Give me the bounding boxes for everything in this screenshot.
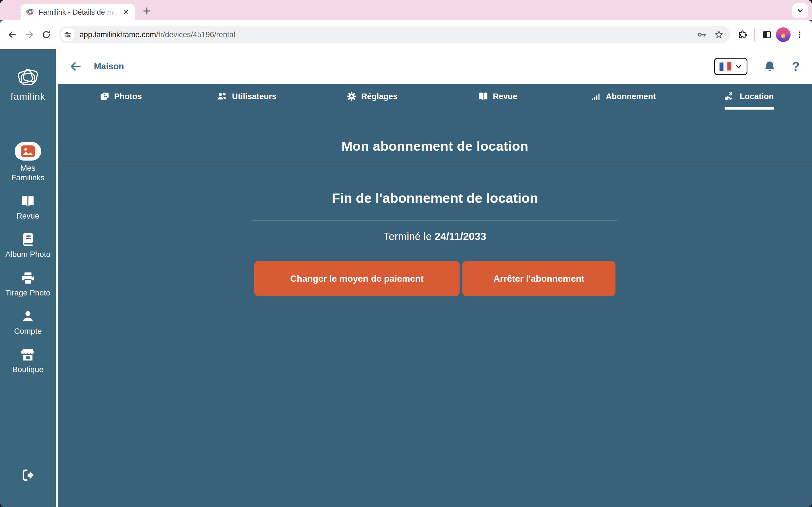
extensions-icon[interactable] <box>734 27 750 43</box>
url-host: app.familinkframe.com <box>80 31 156 39</box>
sidebar-item-mes-familinks[interactable]: Mes Familinks <box>4 142 52 182</box>
tab-label: Revue <box>493 92 517 101</box>
device-tabs: Photos Utilisateurs <box>58 83 812 110</box>
rental-content: Photos Utilisateurs <box>58 83 812 507</box>
svg-text:$: $ <box>729 91 732 96</box>
profile-avatar[interactable] <box>776 27 791 42</box>
chevron-down-icon <box>735 63 742 70</box>
image-icon <box>21 145 35 157</box>
tab-location[interactable]: $ Location <box>686 91 812 110</box>
sidebar-item-boutique[interactable]: Boutique <box>4 347 52 374</box>
reload-button[interactable] <box>38 27 54 43</box>
help-icon[interactable]: ? <box>792 60 800 73</box>
url-bar[interactable]: app.familinkframe.com/fr/devices/45196/r… <box>59 26 730 43</box>
bookmark-star-icon[interactable] <box>714 30 724 40</box>
browser-tab[interactable]: Familink - Détails de mon Fam <box>20 4 135 20</box>
site-info-icon[interactable] <box>61 28 74 41</box>
gear-icon <box>347 91 357 101</box>
forward-button[interactable] <box>21 27 37 43</box>
sidebar-item-album-photo[interactable]: Album Photo <box>4 232 52 259</box>
subscription-end-date: Terminé le 24/11/2033 <box>58 231 812 242</box>
browser-toolbar: app.familinkframe.com/fr/devices/45196/r… <box>0 20 812 49</box>
users-icon <box>216 91 227 101</box>
user-icon <box>21 309 35 324</box>
tab-search-button[interactable] <box>792 3 808 18</box>
hand-dollar-icon: $ <box>725 91 735 102</box>
sidebar-item-label: Revue <box>17 211 40 221</box>
toolbar-divider <box>754 29 755 41</box>
tab-abonnement[interactable]: Abonnement <box>560 91 686 110</box>
familink-favicon <box>26 8 34 16</box>
device-name: Maison <box>94 61 124 71</box>
language-selector[interactable] <box>714 58 748 75</box>
change-payment-button[interactable]: Changer le moyen de paiement <box>254 261 460 296</box>
url-path: /fr/devices/45196/rental <box>156 31 236 39</box>
familink-logo: familink <box>10 67 45 102</box>
sign-out-icon[interactable] <box>20 468 35 482</box>
sidebar-divider <box>56 49 58 507</box>
tab-photos[interactable]: Photos <box>58 91 184 110</box>
device-header: Maison ? <box>58 49 812 83</box>
sidebar-item-label: Boutique <box>12 365 44 374</box>
sidebar-item-tirage-photo[interactable]: Tirage Photo <box>4 271 52 298</box>
book-open-icon <box>20 194 35 209</box>
main-panel: Maison ? <box>58 49 812 507</box>
sidebar-item-label: Album Photo <box>5 249 50 259</box>
tab-reglages[interactable]: Réglages <box>309 91 435 110</box>
logo-text: familink <box>10 91 45 102</box>
sidebar-item-compte[interactable]: Compte <box>4 309 52 336</box>
printer-icon <box>21 271 35 285</box>
browser-tabstrip: Familink - Détails de mon Fam <box>0 0 812 20</box>
sidebar-item-label: Compte <box>14 327 42 336</box>
sidebar: familink Mes Familinks Revue Album Photo <box>0 49 56 507</box>
tab-utilisateurs[interactable]: Utilisateurs <box>184 91 309 110</box>
stop-subscription-button[interactable]: Arrêter l'abonnement <box>462 261 615 296</box>
app-area: familink Mes Familinks Revue Album Photo <box>0 49 812 507</box>
tab-title-fade <box>101 8 121 17</box>
tab-label: Photos <box>114 92 142 101</box>
album-icon <box>21 232 35 247</box>
photos-icon <box>100 91 110 101</box>
book-open-icon <box>478 92 488 101</box>
action-buttons: Changer le moyen de paiement Arrêter l'a… <box>58 261 812 296</box>
tab-label: Utilisateurs <box>232 92 276 101</box>
section-divider <box>252 221 617 221</box>
side-panel-icon[interactable] <box>759 27 775 43</box>
sidebar-item-revue[interactable]: Revue <box>4 194 52 221</box>
tab-title: Familink - Détails de mon Fam <box>39 8 121 17</box>
end-date-value: 24/11/2033 <box>435 231 486 242</box>
browser-window: Familink - Détails de mon Fam <box>0 0 812 507</box>
page-title: Mon abonnement de location <box>58 138 812 154</box>
sidebar-item-label: Mes Familinks <box>4 163 52 182</box>
tab-label: Réglages <box>361 92 398 101</box>
password-key-icon[interactable] <box>697 30 707 40</box>
title-divider <box>58 163 812 163</box>
section-title: Fin de l'abonnement de location <box>58 190 812 206</box>
bell-icon[interactable] <box>763 60 776 73</box>
back-button[interactable] <box>4 27 20 43</box>
french-flag-icon <box>719 62 731 71</box>
store-icon <box>21 347 35 362</box>
new-tab-button[interactable] <box>139 3 154 18</box>
active-item-pill <box>15 142 41 161</box>
signal-bars-icon <box>591 91 601 101</box>
url-text: app.familinkframe.com/fr/devices/45196/r… <box>80 31 697 39</box>
tab-revue[interactable]: Revue <box>435 91 561 110</box>
tab-label: Location <box>740 92 774 101</box>
tab-close-icon[interactable] <box>121 7 131 17</box>
sidebar-item-label: Tirage Photo <box>5 288 50 298</box>
chrome-menu-icon[interactable] <box>792 27 808 43</box>
tab-label: Abonnement <box>606 92 656 101</box>
back-arrow-icon[interactable] <box>69 60 82 73</box>
